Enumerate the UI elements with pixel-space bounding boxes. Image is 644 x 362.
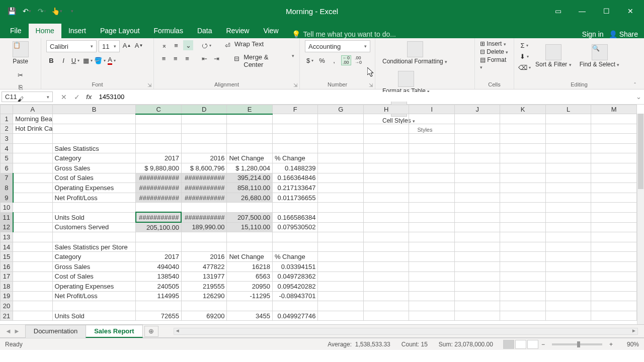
collapse-ribbon-icon[interactable]: ˆ	[634, 82, 636, 88]
select-all-cell[interactable]	[1, 105, 13, 114]
cell-A18[interactable]	[13, 282, 52, 292]
cell-A6[interactable]	[13, 163, 52, 173]
cell-E14[interactable]	[227, 242, 273, 252]
cell-F7[interactable]: 0.166364846	[272, 173, 318, 183]
row-header-3[interactable]: 3	[1, 134, 13, 144]
cell-J2[interactable]	[454, 124, 500, 134]
cell-H10[interactable]	[363, 203, 409, 213]
cell-B9[interactable]: Net Profit/Loss	[52, 193, 136, 203]
cell-D14[interactable]	[181, 242, 227, 252]
cell-H16[interactable]	[363, 261, 409, 272]
dialog-launcher-icon[interactable]: ⇲	[293, 82, 297, 88]
row-header-13[interactable]: 13	[1, 232, 13, 242]
cell-B17[interactable]: Cost of Sales	[52, 272, 136, 282]
cell-A12[interactable]	[13, 222, 52, 232]
cell-M7[interactable]	[591, 173, 637, 183]
cell-K21[interactable]	[500, 311, 546, 321]
zoom-out-button[interactable]: −	[538, 341, 548, 348]
cell-L16[interactable]	[545, 261, 591, 272]
cell-G14[interactable]	[318, 242, 364, 252]
name-box[interactable]: C11▾	[2, 92, 53, 102]
cell-E1[interactable]	[227, 114, 273, 124]
cell-M15[interactable]	[591, 252, 637, 262]
cell-B7[interactable]: Cost of Sales	[52, 173, 136, 183]
cell-L1[interactable]	[545, 114, 591, 124]
column-header-F[interactable]: F	[272, 105, 318, 114]
cell-E4[interactable]	[227, 143, 273, 153]
cell-F13[interactable]	[272, 232, 318, 242]
cell-I4[interactable]	[409, 143, 455, 153]
row-header-7[interactable]: 7	[1, 173, 13, 183]
column-header-L[interactable]: L	[545, 105, 591, 114]
merge-center-label[interactable]: Merge & Center	[244, 53, 288, 68]
cell-F19[interactable]: -0.08943701	[272, 291, 318, 301]
tab-formulas[interactable]: Formulas	[147, 24, 190, 38]
cell-C19[interactable]: 114995	[136, 291, 182, 301]
column-header-J[interactable]: J	[454, 105, 500, 114]
cell-E11[interactable]: 207,500.00	[227, 212, 273, 222]
tab-file[interactable]: File	[3, 24, 29, 38]
cell-F4[interactable]	[272, 143, 318, 153]
cell-G5[interactable]	[318, 153, 364, 163]
cell-E10[interactable]	[227, 203, 273, 213]
cell-C21[interactable]: 72655	[136, 311, 182, 321]
cell-L20[interactable]	[545, 301, 591, 311]
cell-D7[interactable]: ###########	[181, 173, 227, 183]
cell-M9[interactable]	[591, 193, 637, 203]
cell-I18[interactable]	[409, 282, 455, 292]
cell-K4[interactable]	[500, 143, 546, 153]
zoom-in-button[interactable]: +	[606, 341, 616, 348]
cell-I21[interactable]	[409, 311, 455, 321]
cell-H9[interactable]	[363, 193, 409, 203]
cell-F11[interactable]: 0.166586384	[272, 212, 318, 222]
paste-button[interactable]: 📋 Paste	[11, 40, 31, 66]
enter-formula-icon[interactable]: ✓	[74, 93, 80, 101]
cell-D11[interactable]: ###########	[181, 212, 227, 222]
cell-H17[interactable]	[363, 272, 409, 282]
cell-D4[interactable]	[181, 143, 227, 153]
cell-K7[interactable]	[500, 173, 546, 183]
cell-F8[interactable]: 0.217133647	[272, 183, 318, 193]
worksheet-grid[interactable]: ABCDEFGHIJKLM1Morning Bean2Hot Drink Caf…	[0, 105, 644, 325]
cell-I9[interactable]	[409, 193, 455, 203]
cell-C2[interactable]	[136, 124, 182, 134]
cell-K2[interactable]	[500, 124, 546, 134]
cell-E19[interactable]: -11295	[227, 291, 273, 301]
tab-data[interactable]: Data	[190, 24, 219, 38]
cell-E20[interactable]	[227, 301, 273, 311]
cell-K16[interactable]	[500, 261, 546, 272]
cell-M8[interactable]	[591, 183, 637, 193]
qat-customize-icon[interactable]: ▾	[66, 6, 77, 17]
cell-B18[interactable]: Operating Expenses	[52, 282, 136, 292]
cell-G21[interactable]	[318, 311, 364, 321]
cell-B13[interactable]	[52, 232, 136, 242]
sheet-tab-documentation[interactable]: Documentation	[25, 325, 86, 338]
fill-color-button[interactable]: 🪣	[95, 55, 105, 65]
cell-F9[interactable]: 0.011736655	[272, 193, 318, 203]
cell-D8[interactable]: ###########	[181, 183, 227, 193]
delete-cells-button[interactable]: ⊟ Delete ▾	[480, 48, 509, 55]
add-sheet-button[interactable]: ⊕	[144, 326, 158, 337]
cell-C9[interactable]: ###########	[136, 193, 182, 203]
cell-H2[interactable]	[363, 124, 409, 134]
cell-K15[interactable]	[500, 252, 546, 262]
accounting-format-icon[interactable]: $	[305, 55, 315, 65]
cell-K18[interactable]	[500, 282, 546, 292]
cell-C11[interactable]: ###########	[136, 212, 182, 222]
cell-K6[interactable]	[500, 163, 546, 173]
cell-H6[interactable]	[363, 163, 409, 173]
cell-I14[interactable]	[409, 242, 455, 252]
cell-G2[interactable]	[318, 124, 364, 134]
cell-J17[interactable]	[454, 272, 500, 282]
number-format-select[interactable]: Accounting▾	[305, 40, 370, 52]
borders-button[interactable]: ▦	[83, 55, 93, 65]
column-header-C[interactable]: C	[136, 105, 182, 114]
cell-D19[interactable]: 126290	[181, 291, 227, 301]
cell-I3[interactable]	[409, 134, 455, 144]
cell-A19[interactable]	[13, 291, 52, 301]
cell-B2[interactable]	[52, 124, 136, 134]
column-header-B[interactable]: B	[52, 105, 136, 114]
dialog-launcher-icon[interactable]: ⇲	[147, 82, 151, 88]
cell-A7[interactable]	[13, 173, 52, 183]
cell-I8[interactable]	[409, 183, 455, 193]
